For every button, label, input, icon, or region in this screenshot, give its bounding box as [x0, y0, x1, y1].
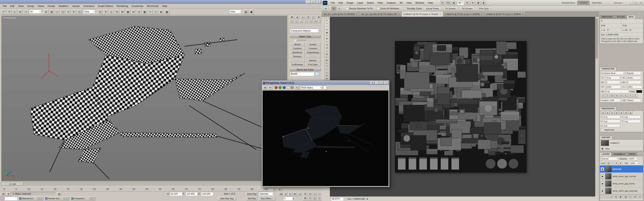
visibility-eye-icon[interactable]: ● — [601, 182, 604, 185]
cameras-icon[interactable]: ◇ — [304, 19, 308, 23]
anti-alias-dropdown[interactable]: Sharp▾ — [627, 99, 642, 102]
checkbox-box[interactable] — [346, 7, 348, 10]
hyphenate-checkbox[interactable] — [601, 129, 603, 131]
gradient-tool[interactable]: ▥ — [325, 52, 329, 55]
leading-field[interactable]: (Auto)▾ — [626, 76, 642, 79]
x-coordinate-field[interactable]: 52.637 — [170, 192, 182, 196]
screen-mode-button[interactable]: ◧ — [481, 1, 486, 5]
justify-last-center-button[interactable]: ≣ — [619, 111, 624, 114]
autogrid-checkbox[interactable]: AutoGrid — [294, 39, 306, 41]
strikethrough-button[interactable]: T — [633, 94, 637, 98]
layer-thumbnail[interactable] — [605, 188, 612, 194]
next-frame-button[interactable]: ▶▶ — [293, 192, 297, 196]
clear-frame-icon[interactable]: ✕ — [294, 86, 299, 90]
launch-minibridge-button[interactable]: Mb — [446, 1, 451, 5]
kerning-field[interactable]: 0▾ — [605, 81, 621, 84]
history-step-new[interactable]: ▣ New — [600, 147, 643, 151]
max-menu-item[interactable]: Help — [160, 4, 169, 8]
actual-pixels-button[interactable]: Actual Pixels — [424, 6, 441, 11]
layer-style-icon[interactable]: fx — [614, 195, 618, 199]
rw-clone-button[interactable]: ⊞ — [370, 82, 374, 84]
previous-frame-button[interactable]: ◀ — [283, 192, 288, 196]
align-right-button[interactable]: ≡ — [610, 111, 614, 114]
layer-group-icon[interactable]: ▢ — [628, 195, 632, 199]
hand-appbar-button[interactable]: ✥ — [464, 1, 470, 5]
select-scale-icon[interactable]: ◰ — [77, 9, 82, 14]
workspace-painting[interactable]: PAINTING — [590, 1, 604, 5]
zoom-extents-icon[interactable]: ⌂ — [312, 192, 317, 196]
hand-tool[interactable]: ✥ — [325, 77, 329, 80]
underline-button[interactable]: T — [628, 94, 633, 98]
mono-channel-icon[interactable] — [287, 86, 290, 89]
move-tool[interactable]: ➤ — [325, 19, 329, 22]
zoom-icon[interactable]: ⊕ — [303, 192, 308, 196]
zoom-all-windows-checkbox[interactable]: Zoom All Windows — [377, 7, 399, 10]
checkbox-box[interactable] — [377, 7, 379, 10]
horizontal-scale-field[interactable]: 100% — [626, 85, 642, 89]
arrange-documents-button[interactable]: ▣ — [476, 1, 481, 5]
max-close-button[interactable]: ✕ — [316, 0, 321, 3]
transform-gizmo[interactable] — [41, 53, 59, 79]
minimized-render-scene[interactable]: Render Sce... □✕ — [44, 197, 70, 201]
maxscript-mini-listener-white[interactable] — [4, 197, 17, 200]
key-filters-button[interactable]: Key Filters... — [258, 197, 276, 201]
appbar-zoom-field[interactable]: 66.7 — [457, 1, 464, 5]
tab-history[interactable]: HISTORY — [600, 136, 612, 139]
minimized-perspective-render[interactable]: Perspectiv... □✕ — [70, 197, 96, 201]
object-type-button[interactable]: ProBoolean — [290, 63, 305, 66]
object-type-button[interactable]: Terrain — [305, 55, 320, 58]
selection-filter-dropdown[interactable]: All▾ — [29, 9, 42, 13]
tab-layers[interactable]: LAYERS — [600, 152, 612, 156]
ps-menu-item[interactable]: Analysis — [385, 0, 398, 5]
text-color-swatch[interactable] — [636, 90, 642, 93]
angle-snap-icon[interactable]: ∠ — [109, 9, 114, 14]
minimized-material-editor[interactable]: Material Ed... □✕ — [18, 197, 43, 201]
space-after-field[interactable]: ↓ 0 pt — [601, 124, 620, 127]
dodge-tool[interactable]: ◐ — [325, 59, 329, 62]
zoom-appbar-button[interactable]: ⊕ — [470, 1, 475, 5]
max-restore-button[interactable]: □ — [311, 0, 316, 3]
adjustment-layer-icon[interactable]: ◑ — [624, 195, 628, 199]
time-slider-track[interactable]: 0 / 100 — [1, 182, 288, 186]
mirror-icon[interactable]: ⇄ — [131, 9, 136, 14]
max-titlebar[interactable]: –□✕ — [0, 0, 322, 4]
red-channel-icon[interactable] — [275, 86, 278, 89]
max-menu-item[interactable]: Modifiers — [57, 4, 70, 8]
layer-specular[interactable]: ● temp_raven_pgs_specular — [600, 187, 643, 195]
maxscript-mini-listener-pink[interactable] — [1, 197, 4, 200]
object-type-rollout[interactable]: Object Type — [290, 35, 321, 38]
spacewarps-icon[interactable]: ◎ — [314, 19, 318, 23]
marquee-tool[interactable]: ▭ — [325, 22, 329, 25]
y-coordinate-field[interactable]: 110.655 — [186, 192, 198, 196]
z-coordinate-field[interactable]: 143.535 — [201, 192, 213, 196]
view-extras-button[interactable]: ▦ — [452, 1, 456, 5]
close-icon[interactable]: ✕ — [66, 197, 68, 200]
delete-layer-icon[interactable]: ✕ — [638, 195, 642, 199]
tab-info[interactable]: INFO — [627, 15, 636, 19]
doc-tab-1[interactable]: cb1_tex_d.dds @ 66.7% (RGB/8) ✕ — [322, 11, 360, 17]
texture-atlas-document[interactable] — [395, 41, 526, 173]
cs-live-button[interactable]: CS Live▾ — [612, 1, 625, 5]
new-layer-icon[interactable]: ⊞ — [633, 195, 637, 199]
bind-to-spacewarp-icon[interactable]: ∾ — [23, 9, 28, 14]
window-crossing-icon[interactable]: ◫ — [60, 9, 65, 14]
ps-restore-button[interactable]: □ — [633, 1, 638, 4]
ps-menu-item[interactable]: Select — [365, 0, 376, 5]
select-move-icon[interactable]: ✛ — [66, 9, 71, 14]
max-menu-item[interactable]: Rendering — [115, 4, 130, 8]
object-type-button[interactable]: ShapeMerge — [305, 50, 320, 54]
ps-menu-item[interactable]: Help — [426, 0, 435, 5]
track-bar-ruler[interactable]: 0510152025303540455055606570758085909510… — [1, 187, 270, 192]
lights-icon[interactable]: △ — [299, 19, 304, 23]
max-menu-item[interactable]: Tools — [16, 4, 25, 8]
max-menu-item[interactable]: Customize — [130, 4, 145, 8]
reference-coordinate-dropdown[interactable]: View▾ — [83, 9, 96, 13]
rw-close-button[interactable]: ✕ — [384, 82, 388, 84]
close-icon[interactable]: ✕ — [92, 197, 95, 200]
lock-move-icon[interactable]: ✥ — [615, 162, 618, 165]
hierarchy-panel-tab[interactable]: ⌂ — [300, 15, 305, 19]
brush-tool[interactable]: ✑ — [325, 40, 329, 43]
tab-channels[interactable]: CHANNELS — [612, 152, 626, 156]
superscript-button[interactable]: T¹ — [619, 94, 624, 98]
type-tool[interactable]: T — [325, 65, 329, 68]
